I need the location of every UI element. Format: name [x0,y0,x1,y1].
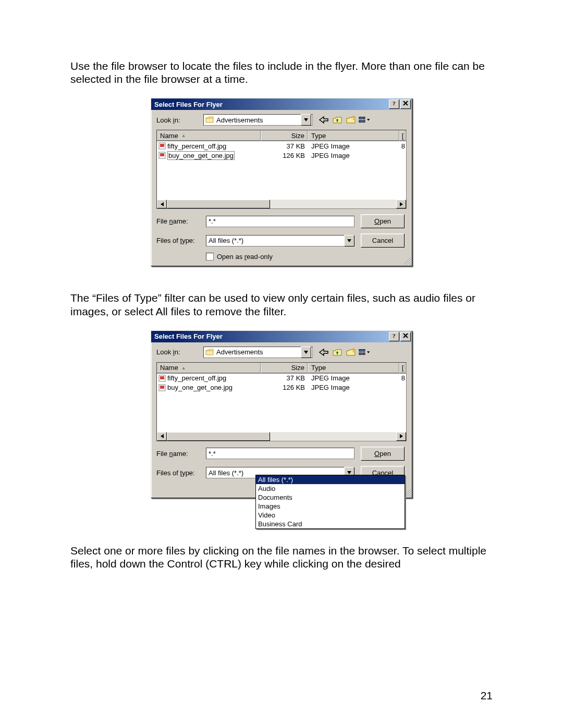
files-of-type-dropdown-button[interactable] [344,235,354,246]
look-in-dropdown-button[interactable] [301,114,311,126]
up-folder-icon[interactable] [332,347,343,358]
open-button[interactable]: Open [361,214,405,228]
help-button[interactable]: ? [389,100,399,109]
file-row[interactable]: buy_one_get_one.jpg 126 KB JPEG Image [157,151,406,160]
file-type: JPEG Image [308,374,400,382]
column-last-truncated[interactable]: [ [400,363,406,373]
svg-rect-5 [362,120,365,122]
svg-text:?: ? [393,100,396,106]
back-icon[interactable] [318,114,329,126]
file-type: JPEG Image [308,142,400,150]
horizontal-scrollbar[interactable] [157,431,406,441]
file-size: 37 KB [261,142,308,150]
file-list[interactable]: Name▲ Size Type [ fifty_percent_off.jpg [156,130,407,209]
scroll-left-button[interactable] [157,200,167,208]
scroll-thumb[interactable] [167,432,270,441]
new-folder-icon[interactable] [345,114,357,126]
filter-option[interactable]: Documents [256,493,405,502]
svg-point-11 [352,349,354,351]
folder-icon [205,116,214,124]
column-size[interactable]: Size [261,363,308,373]
intro-paragraph-1: Use the file browser to locate the files… [70,59,493,85]
chevron-down-icon [366,349,370,356]
look-in-value: Advertisements [214,116,301,124]
file-size: 126 KB [261,152,308,159]
file-row[interactable]: fifty_percent_off.jpg 37 KB JPEG Image 8 [157,141,406,151]
sort-asc-icon: ▲ [181,133,186,138]
cancel-button[interactable]: Cancel [361,233,405,248]
svg-rect-14 [359,353,362,355]
svg-rect-17 [160,376,164,379]
look-in-value: Advertisements [214,348,301,356]
up-folder-icon[interactable] [332,114,343,126]
svg-rect-4 [359,120,362,122]
back-icon[interactable] [318,347,329,358]
jpeg-file-icon [158,142,166,150]
file-list[interactable]: Name▲ Size Type [ fifty_percent_off.jpg [156,362,407,441]
file-name-input[interactable] [206,448,354,459]
svg-text:?: ? [393,332,396,339]
files-of-type-label: Files of type: [156,469,206,477]
scroll-thumb[interactable] [167,200,270,208]
filter-option[interactable]: Audio [256,484,405,493]
filter-option[interactable]: Video [256,511,405,520]
filter-option[interactable]: Images [256,502,405,511]
open-button[interactable]: Open [361,447,405,461]
view-menu-icon[interactable] [359,114,370,126]
column-type[interactable]: Type [308,363,400,373]
intro-paragraph-2: The “Files of Type” filter can be used t… [70,291,493,317]
dialog-titlebar: Select Files For Flyer ? [151,331,412,342]
file-name: fifty_percent_off.jpg [167,374,226,382]
intro-paragraph-3: Select one or more files by clicking on … [70,544,493,570]
read-only-label: Open as read-only [217,253,273,261]
svg-point-1 [352,117,354,119]
file-size: 126 KB [261,384,308,391]
jpeg-file-icon [158,374,166,382]
look-in-select[interactable]: Advertisements [203,114,313,126]
column-name[interactable]: Name▲ [157,130,261,141]
file-list-header: Name▲ Size Type [ [157,130,406,141]
jpeg-file-icon [158,384,166,392]
file-size: 37 KB [261,374,308,382]
close-button[interactable] [400,332,411,341]
column-size[interactable]: Size [261,130,308,141]
close-button[interactable] [400,100,411,109]
svg-rect-12 [359,349,362,351]
dialog-titlebar: Select Files For Flyer ? [151,98,412,110]
file-row[interactable]: fifty_percent_off.jpg 37 KB JPEG Image 8 [157,374,406,383]
look-in-select[interactable]: Advertisements [203,347,313,358]
filter-option[interactable]: All files (*.*) [256,475,405,484]
file-name: buy_one_get_one.jpg [167,384,232,391]
horizontal-scrollbar[interactable] [157,199,406,208]
files-of-type-label: Files of type: [156,237,206,244]
chevron-down-icon [366,116,370,124]
look-in-label: Look in: [156,348,203,356]
files-of-type-value[interactable] [206,235,344,246]
files-of-type-select[interactable] [206,235,354,246]
file-browser-dialog-2: Select Files For Flyer ? Look in: [151,330,412,498]
filter-option[interactable]: Business Card [256,520,405,528]
column-name[interactable]: Name▲ [157,363,261,373]
svg-rect-13 [362,349,365,351]
svg-rect-9 [160,153,164,156]
dialog-title: Select Files For Flyer [154,332,223,340]
column-last-truncated[interactable]: [ [400,130,406,141]
view-menu-icon[interactable] [359,347,370,358]
scroll-left-button[interactable] [157,432,167,441]
files-of-type-dropdown-list[interactable]: All files (*.*) Audio Documents Images V… [255,475,405,529]
file-date-truncated: 8 [400,374,406,382]
read-only-checkbox[interactable] [206,253,214,261]
look-in-dropdown-button[interactable] [301,347,311,358]
column-type[interactable]: Type [308,130,400,141]
file-date-truncated: 8 [400,142,406,150]
help-button[interactable]: ? [389,332,399,341]
new-folder-icon[interactable] [345,347,357,358]
page-number: 21 [481,689,493,702]
scroll-right-button[interactable] [396,200,406,208]
file-name-label: File name: [156,217,206,225]
scroll-right-button[interactable] [396,432,406,441]
file-name-input[interactable] [206,216,354,227]
look-in-label: Look in: [156,116,203,124]
file-name-selected: buy_one_get_one.jpg [167,151,235,160]
file-row[interactable]: buy_one_get_one.jpg 126 KB JPEG Image [157,383,406,392]
